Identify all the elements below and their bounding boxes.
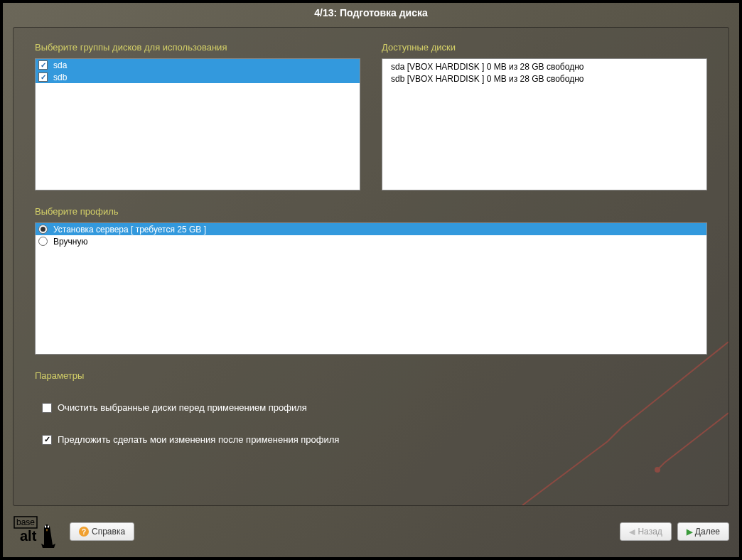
params-label: Параметры <box>35 370 707 381</box>
help-button-label: Справка <box>92 527 125 537</box>
svg-text:alt: alt <box>20 528 37 544</box>
disk-group-item[interactable]: ✓ sda <box>36 59 360 71</box>
page-title: 4/13: Подготовка диска <box>3 3 739 23</box>
profile-list[interactable]: Установка сервера [ требуется 25 GB ] Вр… <box>35 222 707 355</box>
back-button-label: Назад <box>638 527 662 537</box>
svg-point-4 <box>45 525 46 528</box>
profile-item-server[interactable]: Установка сервера [ требуется 25 GB ] <box>36 223 706 235</box>
radio-icon[interactable] <box>38 237 48 246</box>
help-icon: ? <box>79 527 89 537</box>
disk-group-label: sda <box>53 60 67 70</box>
next-button[interactable]: ▶ Далее <box>677 522 729 541</box>
help-button[interactable]: ? Справка <box>70 522 134 541</box>
available-disk-row: sda [VBOX HARDDISK ] 0 MB из 28 GB свобо… <box>391 61 698 73</box>
available-disk-row: sdb [VBOX HARDDISK ] 0 MB из 28 GB свобо… <box>391 73 698 85</box>
profile-item-label: Вручную <box>53 237 87 247</box>
svg-text:base: base <box>16 517 35 527</box>
next-button-label: Далее <box>695 527 720 537</box>
chevron-left-icon: ◀ <box>629 527 635 537</box>
profile-item-manual[interactable]: Вручную <box>36 235 706 247</box>
profile-item-label: Установка сервера [ требуется 25 GB ] <box>53 225 206 235</box>
checkbox-icon[interactable]: ✓ <box>38 72 48 82</box>
disk-group-item[interactable]: ✓ sdb <box>36 71 360 83</box>
checkbox-icon[interactable] <box>42 403 52 413</box>
param-propose-label: Предложить сделать мои изменения после п… <box>58 434 339 445</box>
radio-icon[interactable] <box>38 225 48 234</box>
param-clear-label: Очистить выбранные диски перед применени… <box>58 402 307 413</box>
disk-groups-label: Выберите группы дисков для использования <box>35 42 360 53</box>
available-disks-label: Доступные диски <box>382 42 707 53</box>
svg-point-5 <box>48 525 49 528</box>
checkbox-icon[interactable]: ✓ <box>42 435 52 445</box>
profile-label: Выберите профиль <box>35 206 707 217</box>
svg-point-0 <box>655 467 660 473</box>
param-propose-changes[interactable]: ✓ Предложить сделать мои изменения после… <box>42 434 707 445</box>
disk-group-label: sdb <box>53 72 67 82</box>
available-disks-list: sda [VBOX HARDDISK ] 0 MB из 28 GB свобо… <box>382 58 707 190</box>
basealt-logo: base alt <box>13 514 63 549</box>
param-clear-disks[interactable]: Очистить выбранные диски перед применени… <box>42 402 707 413</box>
checkbox-icon[interactable]: ✓ <box>38 60 48 70</box>
chevron-right-icon: ▶ <box>687 527 692 537</box>
back-button[interactable]: ◀ Назад <box>620 522 671 541</box>
disk-groups-list[interactable]: ✓ sda ✓ sdb <box>35 58 360 190</box>
